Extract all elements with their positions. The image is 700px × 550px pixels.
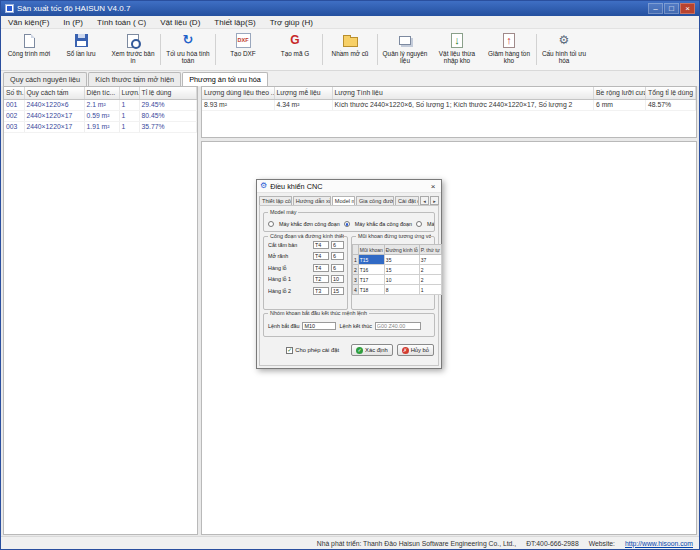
website-link[interactable]: http://www.hisoon.com	[625, 540, 693, 547]
dialog-tab-toolpath[interactable]: Gia công đường dao	[356, 196, 394, 205]
maximize-button[interactable]: □	[664, 3, 679, 14]
toolbar-button-new-project[interactable]: Công trình mới	[3, 30, 55, 69]
cell[interactable]: T15	[358, 255, 384, 265]
toolbar-button-label: Cấu hình tối ưu hóa	[540, 50, 588, 65]
toolbar-button-create-gcode[interactable]: G Tạo mã G	[269, 30, 321, 69]
menu-item-file[interactable]: Văn kiện(F)	[1, 16, 56, 28]
menu-item-material[interactable]: Vật liệu (D)	[153, 16, 207, 28]
table-row[interactable]: 2 T16 15 2	[353, 265, 442, 275]
tool-diameter-input[interactable]	[331, 275, 344, 283]
column-header[interactable]: Lượng Tình liệu	[332, 87, 594, 99]
column-header[interactable]: Quy cách tấm	[24, 87, 84, 99]
dialog-tab-machine-guide[interactable]: Hướng dẫn xử dụng máy	[293, 196, 331, 205]
cell: 2440×1220×17	[24, 110, 84, 121]
dialog-tab-machine-model[interactable]: Model máy	[332, 196, 355, 205]
radio-label[interactable]: Máy khắc đa công đoạn	[355, 221, 412, 227]
menu-item-help[interactable]: Trợ giúp (H)	[263, 16, 320, 28]
toolbar-separator	[160, 34, 161, 65]
dialog-tab-tool-settings[interactable]: Cài đặt dao	[395, 196, 419, 205]
cell[interactable]: T17	[358, 275, 384, 285]
radio-multi-stage[interactable]	[344, 221, 350, 227]
column-header[interactable]: Lượn...	[119, 87, 139, 99]
toolbar-button-optimize-config[interactable]: ⚙ Cấu hình tối ưu hóa	[538, 30, 590, 69]
allow-settings-checkbox[interactable]: ✓ Cho phép cài đặt	[286, 347, 339, 354]
column-header[interactable]: Lượng mễ liệu	[274, 87, 332, 99]
tool-number-input[interactable]	[313, 264, 329, 272]
tool-number-input[interactable]	[313, 252, 329, 260]
drill-table[interactable]: Mũi khoan Đường kính lỗ P. thứ tự 1 T15 …	[352, 244, 442, 295]
tool-diameter-input[interactable]	[331, 287, 344, 295]
vertical-drill-group: Mũi khoan đứng tương ứng với vị trí lỗ d…	[351, 236, 435, 310]
tool-diameter-input[interactable]	[331, 264, 344, 272]
dialog-tab-tool-setup[interactable]: Thiết lập công cụ	[259, 196, 292, 205]
toolbar-button-surplus-stock-in[interactable]: ↓ Vật liệu thừa nhập kho	[431, 30, 483, 69]
menu-item-settings[interactable]: Thiết lập(S)	[207, 16, 262, 28]
radio-drill-and-carve[interactable]	[416, 221, 422, 227]
column-header[interactable]: Mũi khoan	[358, 245, 384, 255]
table-row[interactable]: 4 T18 8 1	[353, 285, 442, 295]
table-row[interactable]: 001 2440×1220×6 2.1 m² 1 29.45%	[4, 99, 197, 110]
cell[interactable]: 2	[419, 265, 441, 275]
tool-diameter-input[interactable]	[331, 241, 344, 249]
column-header[interactable]: Số th...	[4, 87, 24, 99]
cell[interactable]: 15	[384, 265, 419, 275]
tool-number-input[interactable]	[313, 275, 329, 283]
column-header[interactable]: Đường kính lỗ	[384, 245, 419, 255]
tab-panel-sizes[interactable]: Kích thước tấm mở hiện	[88, 72, 181, 86]
table-row[interactable]: 003 2440×1220×17 1.91 m² 1 35.77%	[4, 121, 197, 132]
column-header[interactable]: Diện tíc...	[84, 87, 119, 99]
table-row[interactable]: 8.93 m² 4.34 m² Kích thước 2440×1220×6, …	[202, 99, 696, 110]
column-header[interactable]: Tổng tỉ lệ dùng	[646, 87, 696, 99]
radio-label[interactable]: Máy khắc đơn công đoạn	[279, 221, 340, 227]
tool-diameter-input[interactable]	[331, 252, 344, 260]
cell[interactable]: 10	[384, 275, 419, 285]
cell[interactable]: 8	[384, 285, 419, 295]
tool-number-input[interactable]	[313, 287, 329, 295]
application-window: Sản xuất tốc độ HAISUN V4.0.7 – □ × Văn …	[0, 0, 700, 550]
toolbar-button-reduce-inventory[interactable]: ↑ Giảm hàng tồn kho	[483, 30, 535, 69]
ok-button[interactable]: ✓ Xác định	[351, 344, 393, 356]
cell[interactable]: 35	[384, 255, 419, 265]
cell[interactable]: T16	[358, 265, 384, 275]
window-controls: – □ ×	[648, 3, 695, 14]
column-header[interactable]: Tỉ lệ dùng	[139, 87, 197, 99]
toolbar-button-label: Vật liệu thừa nhập kho	[433, 50, 481, 65]
tab-scroll-right-icon[interactable]: ▸	[430, 196, 439, 205]
tab-optimization-plan[interactable]: Phương án tối ưu hóa	[182, 72, 268, 86]
toolbar-button-save[interactable]: Sổ lần lưu	[55, 30, 107, 69]
menu-item-print[interactable]: In (P)	[56, 16, 90, 28]
column-header[interactable]: Lượng dùng liệu theo ...	[202, 87, 274, 99]
cell: 6 mm	[594, 99, 646, 110]
gcode-icon: G	[290, 34, 299, 48]
tab-scroll-left-icon[interactable]: ◂	[420, 196, 429, 205]
start-command-input[interactable]	[302, 322, 336, 330]
toolbar-button-optimize-calculation[interactable]: ↻ Tối ưu hóa tính toán	[162, 30, 214, 69]
radio-single-stage[interactable]	[268, 221, 274, 227]
table-row[interactable]: 002 2440×1220×17 0.59 m² 1 80.45%	[4, 110, 197, 121]
dialog-close-button[interactable]: ×	[425, 180, 441, 192]
materials-table[interactable]: Số th... Quy cách tấm Diện tíc... Lượn..…	[4, 87, 197, 133]
minimize-button[interactable]: –	[648, 3, 663, 14]
summary-table[interactable]: Lượng dùng liệu theo ... Lượng mễ liệu L…	[202, 87, 696, 111]
toolbar-button-material-manager[interactable]: Quản lý nguyên liệu	[379, 30, 431, 69]
radio-label[interactable]: Máy khoan và khắc	[427, 221, 434, 227]
tab-material-specs[interactable]: Quy cách nguyên liệu	[3, 72, 87, 86]
end-command-input[interactable]	[375, 322, 421, 330]
table-row[interactable]: 3 T17 10 2	[353, 275, 442, 285]
cell[interactable]: 2	[419, 275, 441, 285]
toolbar-button-open[interactable]: Nhầm mở cũ	[324, 30, 376, 69]
cancel-button[interactable]: ✗ Hủy bỏ	[397, 344, 434, 356]
toolbar-button-print-preview[interactable]: Xem trước bản in	[107, 30, 159, 69]
column-header[interactable]: P. thứ tự	[419, 245, 441, 255]
toolbar-button-label: Nhầm mở cũ	[332, 50, 369, 57]
cell[interactable]: 1	[419, 285, 441, 295]
table-row[interactable]: 1 T15 35 37	[353, 255, 442, 265]
stock-in-icon: ↓	[451, 33, 463, 48]
tool-number-input[interactable]	[313, 241, 329, 249]
menu-item-calculate[interactable]: Tính toán ( C)	[90, 16, 153, 28]
toolbar-button-create-dxf[interactable]: DXF Tạo DXF	[217, 30, 269, 69]
cell[interactable]: T18	[358, 285, 384, 295]
cell[interactable]: 37	[419, 255, 441, 265]
column-header[interactable]: Bề rộng lưỡi cưa	[594, 87, 646, 99]
close-button[interactable]: ×	[680, 3, 695, 14]
